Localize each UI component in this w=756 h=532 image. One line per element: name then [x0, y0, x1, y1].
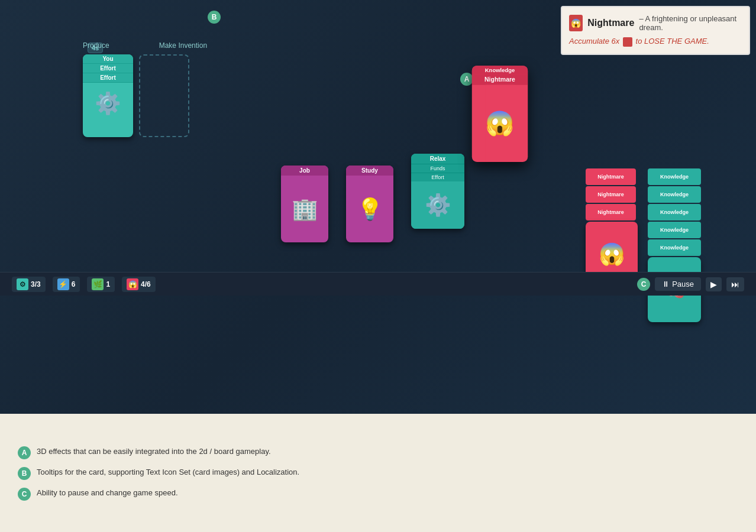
- annotation-section: A 3D effects that can be easily integrat…: [0, 414, 756, 532]
- relax-label: Relax: [411, 154, 464, 164]
- make-invention-label: Make Invention: [159, 41, 207, 50]
- badge-b: B: [208, 11, 221, 24]
- annotation-row-a: A 3D effects that can be easily integrat…: [18, 446, 738, 459]
- knowledge-stack-item-5: Knowledge: [648, 239, 701, 256]
- resource-knowledge: 🌿 1: [87, 277, 115, 292]
- warning-suffix: to LOSE THE GAME.: [636, 37, 709, 46]
- produce-group: Produce Make Invention You Effort Effort…: [83, 41, 207, 137]
- knowledge-stack-item-2: Knowledge: [648, 186, 701, 203]
- resource-effort-value: 3/3: [31, 280, 41, 288]
- job-label: Job: [281, 166, 328, 176]
- produce-row-effort2: Effort: [83, 73, 133, 83]
- study-card[interactable]: Study 💡: [346, 166, 393, 242]
- resource-funds-value: 6: [72, 280, 76, 288]
- produce-row-effort1: Effort: [83, 64, 133, 73]
- warning-prefix: Accumulate: [569, 37, 609, 46]
- study-icon: 💡: [357, 176, 383, 242]
- tooltip-header: 😱 Nightmare – A frightening or unpleasan…: [569, 14, 742, 32]
- nightmare-hover-label: Nightmare: [472, 74, 528, 85]
- badge-c: C: [637, 278, 650, 291]
- resource-effort: ⚙ 3/3: [12, 277, 46, 292]
- resource-nightmare: 😱 4/6: [122, 277, 156, 292]
- pause-label: Pause: [672, 280, 694, 288]
- knowledge-stack: Knowledge Knowledge Knowledge Knowledge …: [648, 168, 701, 322]
- knowledge-stack-item-1: Knowledge: [648, 168, 701, 185]
- nightmare-hover-icon: 😱: [485, 85, 514, 162]
- play-button[interactable]: ▶: [706, 277, 722, 291]
- annotation-badge-c: C: [18, 488, 31, 501]
- produce-row-you: You: [83, 54, 133, 64]
- nightmare-stack: Nightmare Nightmare Nightmare 😱: [586, 168, 638, 287]
- nightmare-icon: 😱: [569, 15, 583, 31]
- annotation-text-a: 3D effects that can be easily integrated…: [37, 446, 271, 458]
- resource-knowledge-icon: 🌿: [92, 278, 104, 290]
- badge-a: A: [460, 73, 473, 86]
- study-label: Study: [346, 166, 393, 176]
- warning-count: 6x: [612, 37, 620, 46]
- produce-label: Produce: [83, 41, 109, 50]
- relax-effort: Effort: [411, 173, 464, 181]
- job-card[interactable]: Job 🏢: [281, 166, 328, 242]
- knowledge-stack-item-4: Knowledge: [648, 222, 701, 238]
- nightmare-stack-item-2: Nightmare: [586, 186, 636, 203]
- annotation-row-c: C Ability to pause and change game speed…: [18, 487, 738, 501]
- pause-icon: ⏸: [662, 280, 670, 288]
- make-invention-slot[interactable]: [139, 54, 189, 137]
- produce-card[interactable]: You Effort Effort ⚙️: [83, 54, 133, 137]
- game-area: 😱 Nightmare – A frightening or unpleasan…: [0, 0, 756, 414]
- fast-button[interactable]: ⏭: [726, 277, 744, 291]
- relax-funds: Funds: [411, 164, 464, 173]
- nightmare-hover-card[interactable]: Knowledge Nightmare 😱: [472, 66, 528, 162]
- relax-card[interactable]: Relax Funds Effort ⚙️: [411, 154, 464, 229]
- resource-knowledge-value: 1: [106, 280, 110, 288]
- produce-icon: ⚙️: [83, 83, 133, 124]
- warn-icon: [623, 37, 632, 47]
- resource-nightmare-icon: 😱: [127, 278, 138, 290]
- resource-funds: ⚡ 6: [53, 277, 80, 292]
- resource-nightmare-value: 4/6: [141, 280, 151, 288]
- nightmare-hover-top: Knowledge: [472, 66, 528, 74]
- resource-funds-icon: ⚡: [57, 278, 69, 290]
- relax-icon: ⚙️: [411, 181, 464, 229]
- nightmare-stack-item-1: Nightmare: [586, 168, 636, 185]
- job-icon: 🏢: [292, 176, 318, 242]
- relax-group: Relax Funds Effort ⚙️: [411, 154, 464, 229]
- resource-group: ⚙ 3/3 ⚡ 6 🌿 1 😱 4/6: [12, 277, 156, 292]
- tooltip-panel: 😱 Nightmare – A frightening or unpleasan…: [561, 6, 750, 55]
- annotation-badge-b: B: [18, 467, 31, 480]
- knowledge-stack-item-3: Knowledge: [648, 204, 701, 220]
- tooltip-warning: Accumulate 6x to LOSE THE GAME.: [569, 37, 742, 47]
- tooltip-description: – A frightening or unpleasant dream.: [639, 14, 742, 32]
- annotation-text-b: Tooltips for the card, supporting Text I…: [37, 466, 299, 478]
- nightmare-stack-item-3: Nightmare: [586, 204, 636, 220]
- annotation-row-b: B Tooltips for the card, supporting Text…: [18, 466, 738, 480]
- bottom-bar: ⚙ 3/3 ⚡ 6 🌿 1 😱 4/6 C ⏸ Pause ▶: [0, 272, 756, 296]
- tooltip-title: Nightmare: [587, 18, 634, 28]
- annotation-badge-a: A: [18, 446, 31, 459]
- control-group: C ⏸ Pause ▶ ⏭: [637, 277, 744, 291]
- pause-button[interactable]: ⏸ Pause: [655, 277, 701, 291]
- annotation-text-c: Ability to pause and change game speed.: [37, 487, 178, 499]
- resource-effort-icon: ⚙: [17, 278, 28, 290]
